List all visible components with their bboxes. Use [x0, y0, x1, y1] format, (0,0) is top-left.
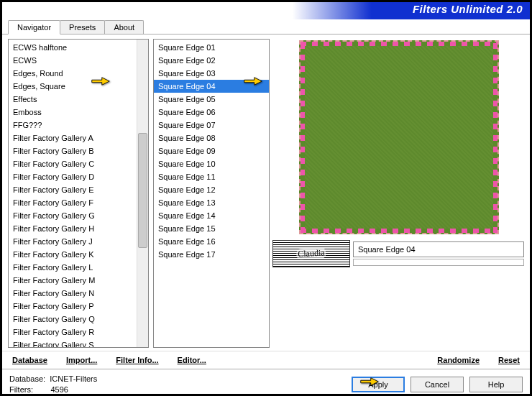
- list-item[interactable]: Square Edge 06: [154, 106, 269, 119]
- current-filter-name: Square Edge 04: [353, 241, 524, 257]
- list-item[interactable]: ECWS halftone: [9, 41, 137, 54]
- import-link[interactable]: Import...: [63, 354, 100, 366]
- list-item[interactable]: Filter Factory Gallery K: [9, 248, 137, 261]
- category-list[interactable]: ECWS halftoneECWSEdges, RoundEdges, Squa…: [9, 40, 137, 347]
- database-link[interactable]: Database: [9, 354, 50, 366]
- list-item[interactable]: Square Edge 13: [154, 196, 269, 209]
- list-item[interactable]: Effects: [9, 93, 137, 106]
- app-window: Filters Unlimited 2.0 Navigator Presets …: [0, 0, 532, 396]
- list-item[interactable]: ECWS: [9, 54, 137, 67]
- list-item[interactable]: Square Edge 10: [154, 157, 269, 170]
- preview-pane: Claudia Square Edge 04: [274, 39, 524, 351]
- list-item[interactable]: Square Edge 07: [154, 119, 269, 132]
- apply-button[interactable]: Apply: [352, 377, 405, 392]
- tab-about[interactable]: About: [104, 20, 144, 34]
- tab-navigator[interactable]: Navigator: [8, 20, 60, 34]
- list-item[interactable]: Filter Factory Gallery G: [9, 209, 137, 222]
- list-item[interactable]: Square Edge 15: [154, 222, 269, 235]
- progress-bar: [353, 259, 524, 266]
- editor-link[interactable]: Editor...: [175, 354, 209, 366]
- filter-info-link[interactable]: Filter Info...: [113, 354, 161, 366]
- list-item[interactable]: Square Edge 14: [154, 209, 269, 222]
- app-title: Filters Unlimited 2.0: [413, 3, 523, 15]
- list-item[interactable]: Filter Factory Gallery J: [9, 235, 137, 248]
- list-item[interactable]: Filter Factory Gallery A: [9, 132, 137, 144]
- filter-list[interactable]: Square Edge 01Square Edge 02Square Edge …: [154, 40, 269, 347]
- cancel-button[interactable]: Cancel: [411, 377, 464, 392]
- list-item[interactable]: Emboss: [9, 106, 137, 119]
- titlebar: Filters Unlimited 2.0: [2, 2, 530, 19]
- list-item[interactable]: Square Edge 05: [154, 93, 269, 106]
- link-button-row: Database Import... Filter Info... Editor…: [2, 351, 530, 369]
- list-item[interactable]: Square Edge 09: [154, 144, 269, 157]
- footer: Database: ICNET-Filters Filters: 4596 Ap…: [2, 369, 530, 396]
- tab-bar: Navigator Presets About: [2, 19, 530, 34]
- help-button[interactable]: Help: [469, 377, 523, 392]
- content-area: ECWS halftoneECWSEdges, RoundEdges, Squa…: [2, 34, 530, 351]
- list-item[interactable]: Square Edge 17: [154, 248, 269, 261]
- list-item[interactable]: Filter Factory Gallery L: [9, 261, 137, 274]
- scrollbar-thumb[interactable]: [138, 133, 147, 248]
- list-item[interactable]: Filter Factory Gallery S: [9, 339, 137, 347]
- randomize-link[interactable]: Randomize: [434, 354, 482, 366]
- list-item[interactable]: Filter Factory Gallery E: [9, 183, 137, 196]
- list-item[interactable]: Filter Factory Gallery H: [9, 222, 137, 235]
- list-item[interactable]: Edges, Round: [9, 67, 137, 80]
- list-item[interactable]: Filter Factory Gallery B: [9, 144, 137, 157]
- list-item[interactable]: Square Edge 08: [154, 132, 269, 144]
- list-item[interactable]: Square Edge 01: [154, 41, 269, 54]
- author-badge: Claudia: [272, 240, 350, 267]
- category-scrollbar[interactable]: [137, 40, 148, 347]
- list-item[interactable]: Filter Factory Gallery C: [9, 157, 137, 170]
- list-item[interactable]: Filter Factory Gallery P: [9, 300, 137, 313]
- list-item[interactable]: FFG???: [9, 119, 137, 132]
- list-item[interactable]: Filter Factory Gallery M: [9, 274, 137, 287]
- preview-image: [299, 40, 499, 234]
- filter-list-wrap: Square Edge 01Square Edge 02Square Edge …: [153, 39, 270, 348]
- list-item[interactable]: Filter Factory Gallery R: [9, 326, 137, 339]
- category-list-wrap: ECWS halftoneECWSEdges, RoundEdges, Squa…: [8, 39, 149, 348]
- list-item[interactable]: Square Edge 04: [154, 80, 269, 93]
- list-item[interactable]: Square Edge 03: [154, 67, 269, 80]
- list-item[interactable]: Filter Factory Gallery N: [9, 287, 137, 300]
- reset-link[interactable]: Reset: [495, 354, 523, 366]
- list-item[interactable]: Square Edge 11: [154, 170, 269, 183]
- list-item[interactable]: Filter Factory Gallery Q: [9, 313, 137, 326]
- list-item[interactable]: Filter Factory Gallery F: [9, 196, 137, 209]
- list-item[interactable]: Filter Factory Gallery D: [9, 170, 137, 183]
- list-item[interactable]: Square Edge 16: [154, 235, 269, 248]
- db-info: Database: ICNET-Filters Filters: 4596: [9, 374, 97, 395]
- list-item[interactable]: Square Edge 12: [154, 183, 269, 196]
- action-buttons: Apply Cancel Help: [352, 377, 523, 392]
- tab-presets[interactable]: Presets: [60, 20, 105, 34]
- list-item[interactable]: Square Edge 02: [154, 54, 269, 67]
- list-item[interactable]: Edges, Square: [9, 80, 137, 93]
